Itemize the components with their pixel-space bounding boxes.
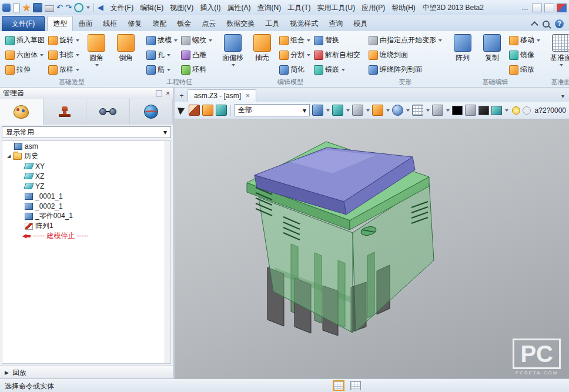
- datum-display-icon[interactable]: [432, 105, 443, 116]
- tab-shape[interactable]: 造型: [47, 16, 73, 31]
- tree-item-pattern-1[interactable]: 阵列1: [2, 221, 170, 231]
- new-file-icon[interactable]: [13, 4, 20, 12]
- scale-button[interactable]: 缩放: [508, 65, 541, 75]
- menu-view[interactable]: 视图(V): [167, 1, 196, 15]
- new-document-tab-icon[interactable]: +: [176, 90, 188, 102]
- view-orientation-icon[interactable]: [332, 105, 343, 116]
- rib-button[interactable]: 筋: [145, 65, 179, 75]
- shell-button[interactable]: 抽壳: [249, 33, 276, 64]
- tab-visual-style[interactable]: 视觉样式: [284, 16, 323, 31]
- insert-sketch-button[interactable]: 插入草图: [4, 35, 46, 45]
- datum-plane-button[interactable]: 基准面: [547, 33, 569, 68]
- sweep-button[interactable]: 扫掠: [47, 50, 81, 60]
- document-tab[interactable]: asm.Z3 - [asm] ×: [188, 89, 256, 102]
- move-button[interactable]: 移动: [508, 35, 541, 45]
- combine-button[interactable]: 组合: [278, 35, 312, 45]
- stock-button[interactable]: 坯料: [180, 65, 213, 75]
- select-tool-icon[interactable]: [178, 106, 186, 115]
- menu-help[interactable]: 帮助(H): [389, 1, 419, 15]
- face-color-swatch[interactable]: [491, 106, 502, 115]
- wrap-to-face-button[interactable]: 缠绕到面: [367, 50, 443, 60]
- replace-button[interactable]: 替换: [313, 35, 362, 45]
- tab-tools[interactable]: 工具: [260, 16, 284, 31]
- expander-icon[interactable]: ◢: [7, 153, 11, 159]
- edge-color-swatch[interactable]: [452, 106, 463, 115]
- tree-item-asm[interactable]: asm: [2, 141, 170, 151]
- tree-filter-dropdown[interactable]: 显示常用 ▾: [2, 126, 171, 138]
- tree-item-history[interactable]: ◢ 历史: [2, 151, 170, 161]
- tab-assembly[interactable]: 装配: [147, 16, 172, 31]
- manager-tab-history[interactable]: [0, 99, 43, 125]
- overflow-icon[interactable]: …: [520, 4, 530, 12]
- undo-icon[interactable]: ↶: [56, 4, 63, 12]
- replay-bar[interactable]: ▶ 回放: [0, 366, 173, 379]
- search-icon[interactable]: [543, 21, 550, 28]
- heal-self-intersection-button[interactable]: 解析自相交: [313, 50, 362, 60]
- redo-icon[interactable]: ↷: [65, 4, 72, 12]
- extrude-button[interactable]: 拉伸: [4, 65, 46, 75]
- tree-item-plane-yz[interactable]: YZ: [2, 181, 170, 191]
- menu-attributes[interactable]: 属性(A): [224, 1, 253, 15]
- manager-tab-constraints[interactable]: [43, 99, 87, 125]
- menu-utilities[interactable]: 实用工具(U): [314, 1, 358, 15]
- tab-list-dropdown-icon[interactable]: ▾: [561, 93, 568, 102]
- brush-icon[interactable]: [189, 105, 200, 116]
- box-button[interactable]: 六面体: [4, 50, 46, 60]
- qat-dropdown-icon[interactable]: [86, 6, 90, 9]
- grid-display-icon[interactable]: [412, 105, 423, 116]
- draft-button[interactable]: 拔模: [145, 35, 179, 45]
- menu-applications[interactable]: 应用(P): [359, 1, 388, 15]
- shaded-display-icon[interactable]: [312, 105, 323, 116]
- menu-inquire[interactable]: 查询(N): [254, 1, 284, 15]
- csys-icon[interactable]: [216, 105, 227, 116]
- simplify-button[interactable]: 简化: [278, 65, 312, 75]
- restore-icon[interactable]: [544, 4, 554, 12]
- tree-item-model-stop[interactable]: ----- 建模停止 -----: [2, 231, 170, 241]
- selection-filter-combo[interactable]: 全部 ▾: [235, 104, 310, 116]
- background-color-swatch[interactable]: [478, 106, 489, 115]
- menu-file[interactable]: 文件(F): [108, 1, 136, 15]
- file-tab-button[interactable]: 文件(F): [2, 16, 45, 31]
- deform-by-point-button[interactable]: 由指定点开始变形: [367, 35, 443, 45]
- tab-repair[interactable]: 修复: [122, 16, 147, 31]
- section-view-icon[interactable]: [372, 105, 383, 116]
- float-panel-icon[interactable]: [156, 91, 162, 96]
- pattern-button[interactable]: 阵列: [449, 33, 476, 64]
- document-tab-close-icon[interactable]: ×: [246, 92, 250, 100]
- light-off-icon[interactable]: [523, 106, 531, 115]
- viewport-canvas[interactable]: PC PCBETA.COM: [175, 119, 569, 379]
- tab-sheetmetal[interactable]: 钣金: [172, 16, 196, 31]
- sketch-plane-icon[interactable]: [202, 105, 213, 116]
- tree-item-plane-xy[interactable]: XY: [2, 161, 170, 171]
- tree-item-part-004[interactable]: _零件004_1: [2, 211, 170, 221]
- loft-button[interactable]: 放样: [47, 65, 81, 75]
- manager-tab-visibility[interactable]: [86, 99, 130, 125]
- favorites-icon[interactable]: [22, 4, 31, 12]
- menu-edit[interactable]: 编辑(E): [137, 1, 166, 15]
- mirror-button[interactable]: 镜像: [508, 50, 541, 60]
- light-on-icon[interactable]: [512, 106, 520, 115]
- hole-button[interactable]: 孔: [145, 50, 179, 60]
- tab-wireframe[interactable]: 线框: [98, 16, 122, 31]
- back-icon[interactable]: ◀: [98, 4, 103, 12]
- tree-item-plane-xz[interactable]: XZ: [2, 171, 170, 181]
- menu-tools[interactable]: 工具(T): [284, 1, 313, 15]
- tree-item-component-0002[interactable]: _0002_1: [2, 201, 170, 211]
- fillet-button[interactable]: 圆角: [83, 33, 110, 68]
- tree-scrollbar[interactable]: [165, 141, 170, 363]
- tab-surface[interactable]: 曲面: [73, 16, 98, 31]
- ime-icon[interactable]: [557, 4, 567, 12]
- regen-icon[interactable]: [74, 3, 83, 12]
- chamfer-button[interactable]: 倒角: [112, 33, 139, 64]
- wrap-pattern-to-face-button[interactable]: 缠绕阵列到面: [367, 65, 443, 75]
- minimize-icon[interactable]: [532, 4, 542, 12]
- tab-pointcloud[interactable]: 点云: [196, 16, 221, 31]
- face-offset-button[interactable]: 面偏移: [219, 33, 246, 68]
- tab-mold[interactable]: 模具: [348, 16, 373, 31]
- emboss-button[interactable]: 凸雕: [180, 50, 213, 60]
- status-grid-icon-active[interactable]: [333, 380, 344, 391]
- menu-insert[interactable]: 插入(I): [197, 1, 223, 15]
- zoom-target-icon[interactable]: [392, 105, 403, 116]
- tab-inquire[interactable]: 查询: [323, 16, 348, 31]
- help-icon[interactable]: ?: [555, 19, 564, 28]
